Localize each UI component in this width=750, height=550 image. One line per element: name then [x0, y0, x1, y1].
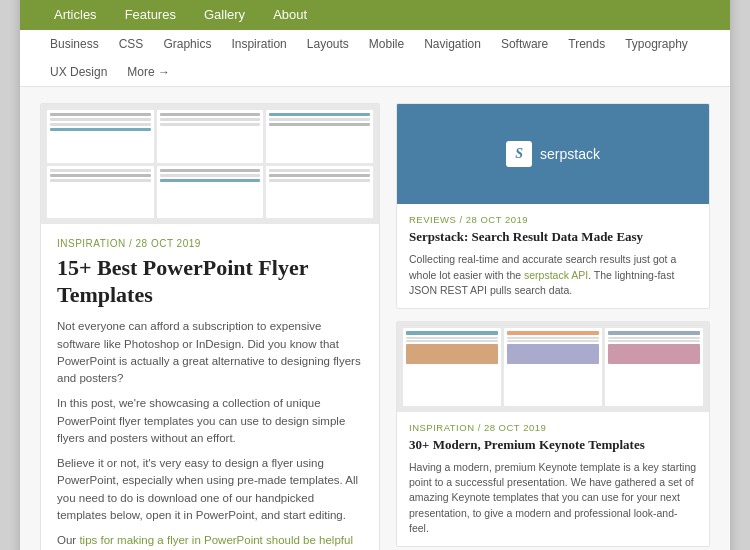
subnav-graphics[interactable]: Graphics — [153, 30, 221, 58]
subnav-ux[interactable]: UX Design — [40, 58, 117, 86]
nav-item-articles[interactable]: Articles — [40, 0, 111, 30]
subnav-inspiration[interactable]: Inspiration — [221, 30, 296, 58]
subnav-typography[interactable]: Typography — [615, 30, 698, 58]
nav-item-about[interactable]: About — [259, 0, 321, 30]
article-serpstack: S serpstack REVIEWS / 28 OCT 2019 Serpst… — [396, 103, 710, 309]
featured-body-link[interactable]: tips for making a flyer in PowerPoint sh… — [57, 534, 353, 550]
featured-body-p2: In this post, we're showcasing a collect… — [57, 395, 363, 447]
keynote-text-block: INSPIRATION / 28 OCT 2019 30+ Modern, Pr… — [397, 412, 709, 546]
featured-article-meta: INSPIRATION / 28 OCT 2019 — [57, 238, 363, 249]
subnav-layouts[interactable]: Layouts — [297, 30, 359, 58]
subnav-css[interactable]: CSS — [109, 30, 154, 58]
featured-article-text: INSPIRATION / 28 OCT 2019 15+ Best Power… — [41, 224, 379, 550]
nav-item-features[interactable]: Features — [111, 0, 190, 30]
featured-article-image — [41, 104, 379, 224]
subnav-software[interactable]: Software — [491, 30, 558, 58]
browser-window: design shack 𝕣 f p ⦿ 🔍 Articles Features… — [20, 0, 730, 550]
featured-body-p4: Our tips for making a flyer in PowerPoin… — [57, 532, 363, 550]
subnav-mobile[interactable]: Mobile — [359, 30, 414, 58]
serpstack-api-link[interactable]: serpstack API — [524, 269, 588, 281]
nav-link-gallery[interactable]: Gallery — [190, 0, 259, 30]
serpstack-body-text: Collecting real-time and accurate search… — [409, 253, 676, 295]
subnav-navigation[interactable]: Navigation — [414, 30, 491, 58]
keynote-image — [397, 322, 709, 412]
featured-body-p3: Believe it or not, it's very easy to des… — [57, 455, 363, 524]
serpstack-meta: REVIEWS / 28 OCT 2019 — [409, 214, 697, 225]
featured-article: INSPIRATION / 28 OCT 2019 15+ Best Power… — [40, 103, 380, 550]
keynote-meta: INSPIRATION / 28 OCT 2019 — [409, 422, 697, 433]
main-content: INSPIRATION / 28 OCT 2019 15+ Best Power… — [20, 87, 730, 550]
featured-article-title: 15+ Best PowerPoint Flyer Templates — [57, 255, 363, 308]
featured-body-p4-pre: Our — [57, 534, 79, 546]
serpstack-text: serpstack — [540, 146, 600, 162]
serpstack-body: Collecting real-time and accurate search… — [409, 252, 697, 298]
subnav-more[interactable]: More → — [117, 58, 180, 86]
secondary-nav: Business CSS Graphics Inspiration Layout… — [20, 30, 730, 87]
featured-article-body: Not everyone can afford a subscription t… — [57, 318, 363, 550]
nav-link-about[interactable]: About — [259, 0, 321, 30]
primary-nav: Articles Features Gallery About — [20, 0, 730, 30]
side-articles: S serpstack REVIEWS / 28 OCT 2019 Serpst… — [396, 103, 710, 550]
nav-link-articles[interactable]: Articles — [40, 0, 111, 30]
subnav-business[interactable]: Business — [40, 30, 109, 58]
serpstack-title: Serpstack: Search Result Data Made Easy — [409, 229, 697, 246]
keynote-title: 30+ Modern, Premium Keynote Templates — [409, 437, 697, 454]
nav-link-features[interactable]: Features — [111, 0, 190, 30]
article-keynote: INSPIRATION / 28 OCT 2019 30+ Modern, Pr… — [396, 321, 710, 547]
keynote-body: Having a modern, premium Keynote templat… — [409, 460, 697, 536]
serpstack-logo: S serpstack — [506, 141, 600, 167]
featured-body-p1: Not everyone can afford a subscription t… — [57, 318, 363, 387]
serpstack-text-block: REVIEWS / 28 OCT 2019 Serpstack: Search … — [397, 204, 709, 308]
subnav-trends[interactable]: Trends — [558, 30, 615, 58]
nav-item-gallery[interactable]: Gallery — [190, 0, 259, 30]
serpstack-image: S serpstack — [397, 104, 709, 204]
serpstack-s-icon: S — [506, 141, 532, 167]
